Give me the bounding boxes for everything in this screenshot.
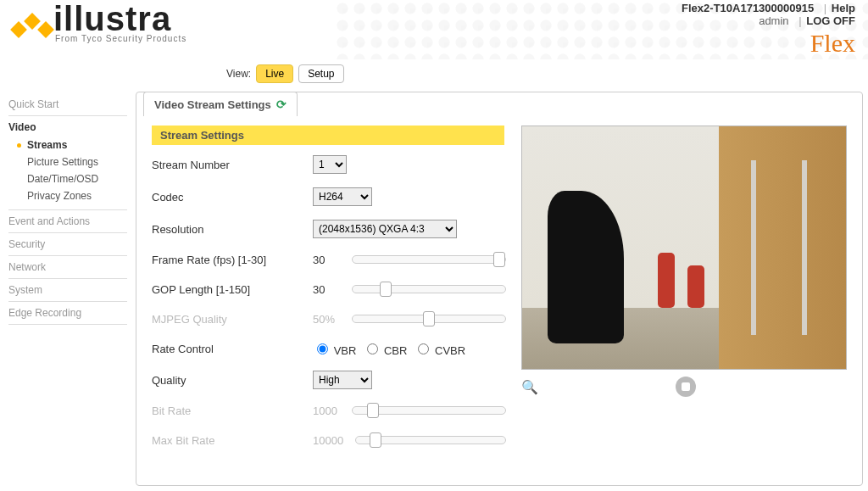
label-maxbitrate: Max Bit Rate xyxy=(152,434,313,447)
sidebar-item-system[interactable]: System xyxy=(8,284,127,296)
label-rate-control: Rate Control xyxy=(152,343,313,355)
sidebar-sub-picture[interactable]: Picture Settings xyxy=(17,153,127,170)
sidebar-sub-privacy[interactable]: Privacy Zones xyxy=(17,187,127,204)
value-maxbitrate: 10000 xyxy=(313,434,350,447)
label-quality: Quality xyxy=(152,374,313,387)
help-link[interactable]: Help xyxy=(832,2,855,14)
reload-icon[interactable]: ⟳ xyxy=(276,98,287,111)
label-bitrate: Bit Rate xyxy=(152,405,313,417)
zoom-icon[interactable]: 🔍 xyxy=(521,379,538,395)
device-id: Flex2-T10A171300000915 xyxy=(682,2,814,14)
label-resolution: Resolution xyxy=(152,223,313,236)
select-quality[interactable]: High xyxy=(313,371,372,389)
tab-video-stream-settings[interactable]: Video Stream Settings ⟳ xyxy=(143,92,298,116)
sidebar-sub-streams[interactable]: Streams xyxy=(17,137,127,153)
sidebar-item-quickstart[interactable]: Quick Start xyxy=(8,98,127,110)
label-frame-rate: Frame Rate (fps) [1-30] xyxy=(152,254,313,266)
sidebar-item-network[interactable]: Network xyxy=(8,261,127,273)
radio-cvbr[interactable]: CVBR xyxy=(414,341,465,357)
slider-gop[interactable] xyxy=(352,283,506,295)
select-stream-number[interactable]: 1 xyxy=(313,155,347,174)
view-live-button[interactable]: Live xyxy=(256,64,293,83)
radio-vbr[interactable]: VBR xyxy=(313,341,356,357)
sidebar-item-event[interactable]: Event and Actions xyxy=(8,215,127,227)
logo: illustra From Tyco Security Products xyxy=(13,2,186,43)
video-preview xyxy=(521,126,847,370)
select-codec[interactable]: H264 xyxy=(313,187,372,206)
logoff-link[interactable]: LOG OFF xyxy=(806,14,855,27)
label-mjpeg: MJPEG Quality xyxy=(152,313,313,326)
sidebar: Quick Start Video Streams Picture Settin… xyxy=(8,93,127,325)
section-header: Stream Settings xyxy=(152,126,504,145)
stop-button[interactable] xyxy=(676,377,696,397)
sidebar-item-video[interactable]: Video xyxy=(8,121,127,133)
view-label: View: xyxy=(226,68,251,80)
brand-label: Flex xyxy=(682,29,855,58)
slider-frame-rate[interactable] xyxy=(352,254,506,265)
slider-mjpeg xyxy=(352,313,506,325)
slider-maxbitrate xyxy=(355,434,506,446)
radio-cbr[interactable]: CBR xyxy=(363,341,407,357)
value-gop: 30 xyxy=(313,283,347,296)
label-stream-number: Stream Number xyxy=(152,159,313,171)
value-bitrate: 1000 xyxy=(313,405,347,417)
sidebar-item-security[interactable]: Security xyxy=(8,238,127,250)
label-codec: Codec xyxy=(152,191,313,204)
select-resolution[interactable]: (2048x1536) QXGA 4:3 xyxy=(313,220,457,238)
label-gop: GOP Length [1-150] xyxy=(152,283,313,296)
slider-bitrate xyxy=(352,405,506,416)
view-setup-button[interactable]: Setup xyxy=(298,64,343,83)
value-frame-rate: 30 xyxy=(313,254,347,266)
sidebar-sub-datetime[interactable]: Date/Time/OSD xyxy=(17,170,127,187)
user-label: admin xyxy=(759,14,788,27)
value-mjpeg: 50% xyxy=(313,313,347,326)
sidebar-item-edge[interactable]: Edge Recording xyxy=(8,307,127,319)
